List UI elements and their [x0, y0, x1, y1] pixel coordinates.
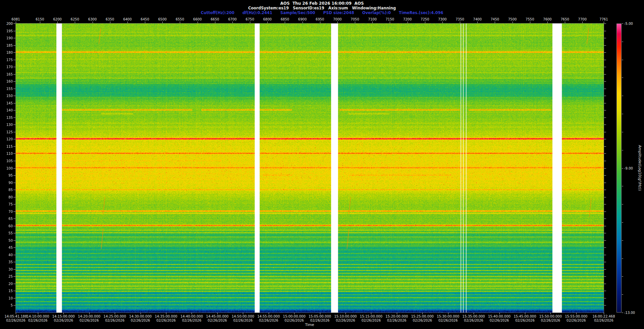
- freq-tick-label: 110: [0, 152, 13, 155]
- time-tick: [422, 313, 423, 314]
- top-axis-tick: [162, 21, 163, 23]
- time-tick-label: 15:10:00.00002/26/2026: [334, 315, 357, 322]
- freq-tick-label: 95: [0, 174, 13, 177]
- freq-tick: [13, 96, 15, 96]
- top-axis-tick: [355, 21, 355, 23]
- freq-tick-right: [604, 103, 606, 103]
- time-tick-label: 15:35:00.00002/26/2026: [463, 315, 485, 322]
- time-tick: [141, 313, 141, 314]
- freq-tick: [13, 247, 15, 248]
- freq-tick-right: [604, 168, 606, 169]
- time-tick: [397, 313, 397, 314]
- top-axis-tick-label: 7050: [351, 17, 359, 21]
- top-axis-tick: [127, 21, 128, 23]
- freq-tick: [13, 284, 15, 284]
- spectrogram-canvas[interactable]: [16, 23, 604, 313]
- freq-tick-right: [604, 204, 606, 204]
- top-axis-tick-label: 7700: [578, 17, 587, 21]
- window-title: AOS Thu 26 Feb 2026 16:00:09 AOS: [0, 1, 644, 6]
- freq-tick: [13, 89, 15, 89]
- freq-tick: [13, 52, 15, 53]
- time-value: 15:00:00.000: [283, 315, 306, 319]
- freq-tick: [13, 31, 15, 31]
- freq-tick-right: [604, 153, 606, 154]
- freq-tick-right: [604, 211, 606, 212]
- freq-tick-right: [604, 31, 606, 31]
- time-value: 15:10:00.000: [334, 315, 357, 319]
- time-tick-label: 14:50:00.00002/26/2026: [232, 315, 254, 322]
- aos-window: { "header": { "title": "AOS Thu 26 Feb 2…: [0, 0, 644, 329]
- freq-tick: [13, 161, 15, 161]
- date-value: 02/26/2026: [104, 319, 126, 323]
- top-axis-tick: [40, 21, 40, 23]
- top-axis-tick-label: 6200: [53, 17, 61, 21]
- top-axis-tick-label: 6250: [71, 17, 79, 21]
- time-tick-label: 14:40:00.00002/26/2026: [180, 315, 203, 322]
- time-value: 14:10:00.000: [26, 315, 49, 319]
- freq-tick-label: 100: [0, 167, 13, 170]
- time-tick: [320, 313, 320, 314]
- freq-tick-right: [604, 190, 606, 190]
- time-value: 14:05:41.188: [4, 315, 27, 319]
- top-axis-tick-label: 6400: [123, 17, 131, 21]
- top-axis-tick-label: 6650: [211, 17, 219, 21]
- freq-tick-right: [604, 219, 606, 219]
- colorbar: [616, 23, 622, 313]
- freq-tick-label: 195: [0, 29, 13, 33]
- top-axis-tick: [180, 21, 180, 23]
- freq-tick: [13, 305, 15, 306]
- freq-tick-right: [604, 38, 606, 38]
- top-axis-tick-label: 7350: [455, 17, 464, 21]
- time-tick-label: 14:20:00.00002/26/2026: [78, 315, 100, 322]
- time-value: 14:55:00.000: [257, 315, 280, 319]
- colorbar-tick: [622, 150, 623, 150]
- freq-tick-right: [604, 269, 606, 270]
- header-processing-params: Cuttoff(Hz):200 df(Hz):0.2441 Sample/Sec…: [0, 10, 644, 15]
- freq-tick-right: [604, 110, 606, 110]
- top-axis-tick-label: 6750: [246, 17, 254, 21]
- date-value: 02/26/2026: [565, 319, 587, 323]
- freq-tick-right: [604, 23, 606, 24]
- freq-tick: [13, 219, 15, 219]
- date-value: 02/26/2026: [52, 319, 75, 323]
- time-tick-label: 15:40:00.00002/26/2026: [488, 315, 511, 322]
- freq-tick-label: 115: [0, 145, 13, 148]
- freq-tick: [13, 153, 15, 154]
- top-axis-tick-label: 7400: [473, 17, 482, 21]
- freq-tick-label: 65: [0, 217, 13, 221]
- time-tick-label: 15:50:00.00002/26/2026: [539, 315, 562, 322]
- freq-tick-right: [604, 117, 606, 118]
- colorbar-tick: [622, 60, 623, 60]
- time-tick: [474, 313, 474, 314]
- top-axis-tick: [390, 21, 390, 23]
- freq-tick-label: 25: [0, 275, 13, 278]
- time-tick: [345, 313, 346, 314]
- freq-tick: [13, 146, 15, 147]
- top-axis-tick-label: 7200: [403, 17, 412, 21]
- top-axis-tick-label: 7300: [438, 17, 446, 21]
- freq-tick-right: [604, 226, 606, 226]
- colorbar-tick: [622, 96, 623, 96]
- time-tick-label: 15:55:00.00002/26/2026: [565, 315, 587, 322]
- time-tick-label: 14:35:00.00002/26/2026: [155, 315, 177, 322]
- date-value: 02/26/2026: [206, 319, 228, 323]
- freq-tick-right: [604, 175, 606, 176]
- top-axis-tick-label: 7650: [560, 17, 569, 21]
- time-tick: [217, 313, 218, 314]
- colorbar-tick: [622, 313, 623, 313]
- top-axis-tick-label: 7100: [368, 17, 377, 21]
- top-axis-tick-label: 7000: [333, 17, 341, 21]
- date-value: 02/26/2026: [488, 319, 511, 323]
- colorbar-tick: [622, 204, 623, 204]
- top-axis-tick: [337, 21, 338, 23]
- time-tick-label: 15:25:00.00002/26/2026: [411, 315, 434, 322]
- freq-tick-label: 30: [0, 268, 13, 271]
- freq-tick: [13, 197, 15, 197]
- freq-tick: [13, 23, 15, 24]
- top-axis-tick: [547, 21, 548, 23]
- top-axis-tick-label: 6150: [36, 17, 44, 21]
- top-axis-tick: [145, 21, 145, 23]
- top-axis-tick: [110, 21, 110, 23]
- freq-tick: [13, 183, 15, 183]
- colorbar-tick: [622, 78, 623, 78]
